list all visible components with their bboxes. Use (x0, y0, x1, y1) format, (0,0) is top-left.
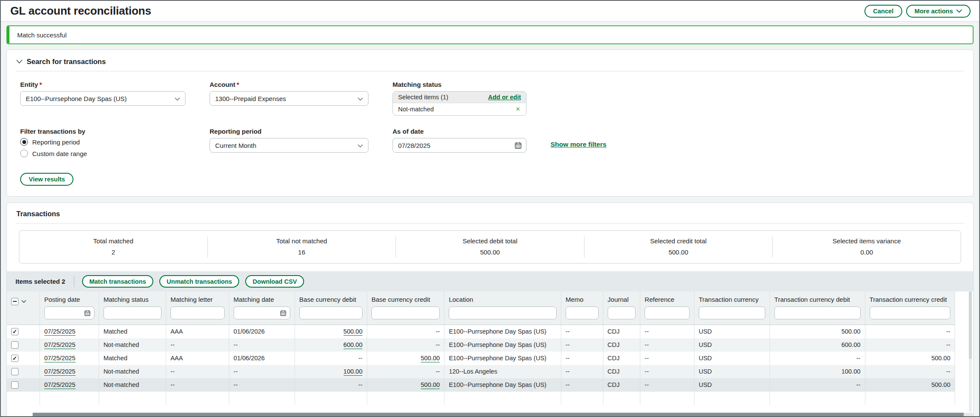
remove-item-icon[interactable]: × (516, 105, 520, 113)
show-more-filters-link[interactable]: Show more filters (551, 141, 606, 148)
posting-date-link[interactable]: 07/25/2025 (44, 341, 76, 349)
column-filter-input[interactable] (44, 307, 94, 319)
cell-matching-status: Not-matched (99, 365, 166, 378)
column-label: Matching status (103, 296, 161, 303)
base-credit-link[interactable]: 500.00 (421, 381, 440, 389)
column-header-posting-date[interactable]: Posting date (40, 291, 99, 325)
column-label: Transaction currency debit (774, 296, 860, 303)
base-debit-link[interactable]: 500.00 (344, 328, 362, 336)
radio-reporting-period[interactable]: Reporting period (20, 138, 186, 146)
cell-matching-status: Not-matched (99, 378, 166, 392)
search-panel-header[interactable]: Search for transactions (15, 56, 965, 71)
as-of-date-field: As of date 07/28/2025 (393, 128, 527, 157)
match-transactions-button[interactable]: Match transactions (82, 275, 153, 288)
column-filter-input[interactable] (870, 307, 950, 319)
calendar-icon[interactable] (84, 310, 91, 316)
horizontal-scrollbar[interactable] (33, 413, 973, 416)
chevron-down-icon (956, 9, 962, 13)
cell-txn-debit: 500.00 (770, 325, 865, 338)
transactions-title: Transactions (16, 210, 60, 218)
column-label: Matching letter (170, 296, 225, 303)
page-header: GL account reconciliations Cancel More a… (1, 1, 979, 21)
column-header-base-debit[interactable]: Base currency debit (295, 291, 367, 325)
cell-memo: -- (561, 338, 603, 352)
cell-memo: -- (561, 325, 603, 338)
cancel-button[interactable]: Cancel (864, 5, 902, 18)
column-filter-input[interactable] (170, 307, 225, 319)
row-checkbox[interactable]: ✓ (11, 328, 18, 335)
items-selected-count: Items selected 2 (15, 278, 65, 285)
column-header-memo[interactable]: Memo (561, 291, 603, 325)
column-filter-input[interactable] (645, 307, 690, 319)
column-filter-input[interactable] (103, 307, 161, 319)
reporting-period-select[interactable]: Current Month (210, 138, 368, 153)
summary-value: 500.00 (584, 248, 773, 256)
as-of-date-input[interactable]: 07/28/2025 (393, 138, 527, 153)
column-filter-input[interactable] (234, 307, 290, 319)
column-filter-input[interactable] (774, 307, 860, 319)
matching-status-widget: Selected items (1) Add or edit Not-match… (393, 91, 527, 116)
row-checkbox[interactable] (11, 381, 18, 389)
more-actions-button[interactable]: More actions (906, 5, 971, 18)
posting-date-link[interactable]: 07/25/2025 (44, 355, 76, 362)
column-filter-input[interactable] (299, 307, 362, 319)
cell-location: E100--Purrsephone Day Spas (US) (444, 325, 561, 338)
entity-select[interactable]: E100--Purrsephone Day Spas (US) (20, 91, 186, 106)
collapse-chevron-icon[interactable] (16, 60, 22, 64)
account-label: Account (210, 81, 235, 88)
column-header-location[interactable]: Location (444, 291, 561, 325)
cell-matching-date: -- (229, 338, 295, 352)
column-header-matching-date[interactable]: Matching date (229, 291, 295, 325)
column-filter-input[interactable] (449, 307, 557, 319)
base-debit-link[interactable]: 600.00 (344, 341, 362, 349)
column-filter-input[interactable] (699, 307, 765, 319)
column-header-txn-credit[interactable]: Transaction currency credit (865, 291, 955, 325)
posting-date-link[interactable]: 07/25/2025 (44, 328, 76, 336)
column-header-reference[interactable]: Reference (640, 291, 694, 325)
column-header-matching-status[interactable]: Matching status (99, 291, 166, 325)
cell-posting-date: 07/25/2025 (40, 352, 99, 365)
row-checkbox[interactable] (11, 341, 18, 349)
column-filter-input[interactable] (566, 307, 599, 319)
column-filter-input[interactable] (608, 307, 636, 319)
cell-txn-debit: -- (770, 378, 865, 392)
radio-selected-icon[interactable] (20, 138, 28, 146)
posting-date-link[interactable]: 07/25/2025 (44, 368, 76, 376)
transactions-table: Posting dateMatching statusMatching lett… (7, 291, 955, 405)
table-row-partial (7, 392, 955, 405)
base-credit-link[interactable]: 500.00 (421, 355, 440, 362)
cell-txn-credit: -- (865, 338, 955, 352)
calendar-icon[interactable] (514, 142, 522, 149)
filter-by-radio-group: Reporting period Custom date range (20, 138, 186, 157)
selected-items-count: Selected items (1) (398, 94, 448, 101)
radio-custom-date-range[interactable]: Custom date range (20, 150, 186, 157)
cell-txn-debit: -- (770, 352, 865, 365)
unmatch-transactions-button[interactable]: Unmatch transactions (159, 275, 239, 288)
posting-date-link[interactable]: 07/25/2025 (44, 381, 76, 389)
select-all-header (7, 291, 40, 325)
cell-base-credit: -- (367, 365, 444, 378)
summary-value: 500.00 (396, 248, 584, 256)
column-header-base-credit[interactable]: Base currency credit (367, 291, 444, 325)
column-header-txn-currency[interactable]: Transaction currency (694, 291, 770, 325)
column-header-journal[interactable]: Journal (603, 291, 640, 325)
cell-journal: CDJ (603, 365, 640, 378)
account-select[interactable]: 1300--Prepaid Expenses (210, 91, 368, 106)
calendar-icon[interactable] (280, 310, 286, 316)
column-filter-input[interactable] (371, 307, 440, 319)
row-checkbox[interactable] (11, 368, 18, 375)
summary-cell: Selected items variance0.00 (772, 236, 961, 258)
base-debit-link[interactable]: 100.00 (344, 368, 362, 376)
vertical-scrollbar[interactable] (969, 291, 972, 412)
add-or-edit-link[interactable]: Add or edit (488, 94, 521, 101)
radio-unselected-icon[interactable] (20, 150, 28, 157)
column-header-txn-debit[interactable]: Transaction currency debit (770, 291, 865, 325)
row-checkbox[interactable]: ✓ (11, 355, 18, 362)
summary-value: 16 (208, 248, 396, 256)
cell-matching-letter: AAA (166, 325, 229, 338)
select-all-checkbox[interactable] (11, 298, 18, 305)
cell-txn-credit: -- (865, 365, 955, 378)
view-results-button[interactable]: View results (20, 173, 73, 186)
column-header-matching-letter[interactable]: Matching letter (166, 291, 229, 325)
download-csv-button[interactable]: Download CSV (245, 275, 304, 288)
